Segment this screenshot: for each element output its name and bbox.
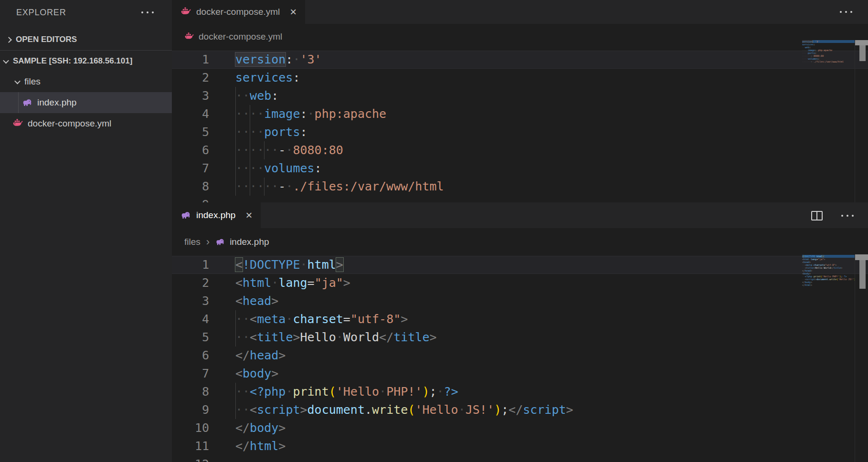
code-text: </body> [235,419,286,437]
indent-guide [235,178,236,196]
indent-guide [250,141,250,159]
line-number[interactable]: 2 [172,274,209,292]
indent-guide [250,105,250,123]
code-line[interactable]: 11</html> [172,437,868,455]
line-number[interactable]: 5 [172,123,209,141]
indent-guide [235,310,236,328]
line-number[interactable]: 11 [172,437,209,455]
line-number[interactable]: 3 [172,292,209,310]
code-editor-php[interactable]: 1<!DOCTYPE·html>2<html·lang="ja">3<head>… [172,256,868,462]
code-line[interactable]: 5··<title>Hello·World</title> [172,328,868,346]
code-line[interactable]: 6······-·8080:80 [172,141,868,159]
code-line[interactable]: 3<head> [172,292,868,310]
code-line[interactable]: 1version:·'3' [172,51,868,69]
docker-whale-icon [12,118,23,129]
breadcrumb: files › index.php [172,228,868,256]
line-number[interactable]: 1 [172,256,209,274]
tab-bar: index.php × [172,202,868,228]
docker-whale-icon [184,32,194,42]
code-line[interactable]: 7····volumes: [172,159,868,178]
code-line[interactable]: 8··<?php·print('Hello·PHP!');·?> [172,383,868,401]
line-number[interactable]: 12 [172,455,209,462]
line-number[interactable]: 10 [172,419,209,437]
code-line[interactable]: 2services: [172,69,868,87]
line-number[interactable]: 4 [172,310,209,328]
breadcrumb-item[interactable]: index.php [230,237,269,247]
folder-label: files [24,76,41,87]
code-text: ··web: [235,87,278,105]
breadcrumb: docker-compose.yml [172,24,868,50]
close-icon[interactable]: × [290,6,296,18]
scrollbar[interactable] [855,254,868,462]
vscode-window: EXPLORER OPEN EDITORS SAMPLE [SSH: 192.1… [0,0,868,462]
minimap[interactable]: version:·'3'services:··web:····image:·ph… [802,40,856,66]
split-editor-icon[interactable] [811,211,823,220]
line-number[interactable]: 9 [172,196,209,202]
code-text: <html·lang="ja"> [235,274,350,292]
indent-guide [264,141,265,159]
line-number[interactable]: 8 [172,383,209,401]
code-line[interactable]: 12 [172,455,868,462]
code-line[interactable]: 9··<script>document.write('Hello·JS!');<… [172,401,868,419]
open-editors-section[interactable]: OPEN EDITORS [0,29,172,50]
code-line[interactable]: 8······-·./files:/var/www/html [172,178,868,196]
tree-item-docker-compose[interactable]: docker-compose.yml [0,113,172,134]
code-line[interactable]: 4····image:·php:apache [172,105,868,123]
close-icon[interactable]: × [245,210,252,221]
code-line[interactable]: 2<html·lang="ja"> [172,274,868,292]
line-number[interactable]: 2 [172,69,209,87]
explorer-sidebar: EXPLORER OPEN EDITORS SAMPLE [SSH: 192.1… [0,0,172,462]
line-number[interactable]: 7 [172,159,209,178]
line-number[interactable]: 6 [172,141,209,159]
code-line[interactable]: 9 [172,196,868,202]
line-number[interactable]: 3 [172,87,209,105]
tab-docker-compose[interactable]: docker-compose.yml × [172,0,305,24]
indent-guide [235,328,236,346]
scrollbar-thumb[interactable] [859,45,866,61]
code-line[interactable]: 10</body> [172,419,868,437]
chevron-down-icon [3,57,9,63]
code-line[interactable]: 3··web: [172,87,868,105]
line-number[interactable]: 9 [172,401,209,419]
code-editor-yaml[interactable]: 1version:·'3'2services:3··web:4····image… [172,50,868,202]
minimap[interactable]: <!DOCTYPE·html><html·lang="ja"><head>··<… [802,255,856,289]
indent-guide [250,159,250,178]
editor-more-actions-icon[interactable] [841,215,854,217]
code-text: ····image:·php:apache [235,105,386,123]
code-line[interactable]: 1<!DOCTYPE·html> [172,256,868,274]
indent-guide [235,87,236,105]
indent-guide [235,105,236,123]
line-number[interactable]: 6 [172,346,209,365]
indent-guide [250,178,250,196]
workspace-root-section[interactable]: SAMPLE [SSH: 192.168.56.101] [0,51,172,72]
breadcrumb-item[interactable]: files [184,237,201,247]
tree-item-files-folder[interactable]: files [0,71,172,92]
line-number[interactable]: 5 [172,328,209,346]
tab-index-php[interactable]: index.php × [172,202,261,228]
scrollbar-thumb[interactable] [859,260,866,289]
code-line[interactable]: 4··<meta·charset="utf-8"> [172,310,868,328]
code-text: ··<?php·print('Hello·PHP!');·?> [235,383,458,401]
php-elephant-icon [180,210,191,220]
breadcrumb-separator: › [205,236,211,248]
line-number[interactable]: 1 [172,51,209,69]
editor-more-actions-icon[interactable] [840,11,852,13]
line-number[interactable]: 8 [172,178,209,196]
line-number[interactable]: 4 [172,105,209,123]
php-elephant-icon [215,237,225,247]
line-number[interactable]: 7 [172,365,209,383]
explorer-more-actions-icon[interactable] [141,11,154,13]
breadcrumb-item[interactable]: docker-compose.yml [199,32,282,42]
overview-ruler-cursor [855,40,868,45]
scrollbar[interactable] [855,40,868,202]
code-text: ··<script>document.write('Hello·JS!');</… [235,401,573,419]
code-text: <!DOCTYPE·html> [235,256,343,274]
code-text: </html> [235,437,286,455]
tree-item-index-php[interactable]: index.php [0,92,172,113]
code-line[interactable]: 7<body> [172,365,868,383]
code-line[interactable]: 6</head> [172,346,868,365]
open-editors-label: OPEN EDITORS [16,35,77,44]
code-line[interactable]: 5····ports: [172,123,868,141]
indent-guide [235,141,236,159]
chevron-right-icon [6,37,12,43]
